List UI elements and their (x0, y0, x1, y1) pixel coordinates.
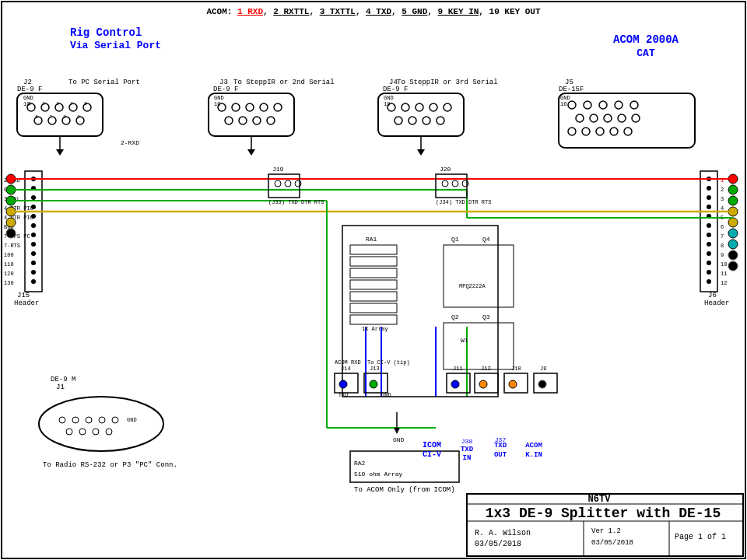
j11-id: J11 (453, 366, 463, 372)
j20-connector (436, 174, 467, 198)
j5-pin9 (618, 114, 626, 122)
rig-control-subtitle: Via Serial Port (70, 40, 161, 51)
q3-label: Q3 (482, 313, 490, 320)
j15-pin3 (31, 195, 36, 200)
j4-pin7 (409, 117, 416, 124)
j5-16: 16 (560, 101, 566, 107)
j14-pin (339, 380, 347, 388)
in-label: IN (463, 454, 472, 462)
j2-pnum4: 4 (70, 101, 73, 107)
j20-pin2 (452, 180, 458, 187)
j19-pin2 (285, 180, 291, 187)
j5-pin8 (604, 114, 612, 122)
ra2-block (350, 451, 459, 482)
j11-pin (451, 380, 459, 388)
j19-pin3 (295, 180, 301, 187)
ra1-rect6 (350, 303, 397, 313)
j6-pin8 (707, 242, 711, 247)
j3-pin6 (225, 117, 233, 124)
kin-label: K.IN (525, 451, 542, 459)
j5-type: DE-15F (559, 86, 584, 93)
gnd-label-bot: GND (393, 436, 405, 443)
ra1-label: 1K Array (362, 326, 388, 332)
j4-arrow (417, 149, 425, 156)
j5-pin5 (630, 101, 638, 109)
to-radio: To Radio RS-232 or P3 "PC" Conn. (43, 461, 177, 469)
term-cyan (728, 229, 738, 238)
j15-pin10 (31, 261, 36, 265)
icom-label: ICOM (423, 441, 441, 450)
j4-pin2 (402, 103, 409, 111)
j5-pin15 (624, 128, 632, 135)
j37-label: J37 (495, 436, 507, 443)
j2-type: DE-9 F (17, 86, 42, 93)
schematic-diagram: ACOM: 1 RXD, 2 RXTTL, 3 TXTTL, 4 TXD, 5 … (0, 0, 747, 560)
j15-type: Header (14, 299, 39, 307)
j1-pin8 (93, 429, 99, 435)
j4-type: DE-9 F (383, 86, 408, 93)
j4-pin6 (395, 117, 402, 124)
j1-connector (39, 397, 163, 451)
to-pc-serial: To PC Serial Port (68, 79, 140, 86)
l-pin8: 7-RTS (4, 243, 20, 249)
j19-sub: (J33) TXD DTR RTS (268, 199, 324, 205)
j1-pin1 (59, 417, 65, 423)
legend-date: 03/05/2018 (591, 539, 633, 547)
to-stepplr-2nd: To SteppIR or 2nd Serial (233, 79, 335, 86)
j5-pin1 (568, 101, 576, 109)
j15-pin9 (31, 251, 36, 256)
term-black (728, 250, 738, 260)
j2-gnd: GND (23, 95, 33, 101)
j3-type: DE-9 F (213, 86, 238, 93)
j2-arrow (56, 149, 64, 156)
j4-pin4 (430, 103, 437, 111)
j13-gnd: GND (381, 392, 391, 398)
j5-pin12 (582, 128, 590, 135)
ic-label: RA1 (366, 236, 377, 243)
j5-pin6 (576, 114, 584, 122)
j13-label: To CI-V (tip) (367, 359, 410, 366)
j13-id: J13 (370, 366, 380, 372)
j3-pin3 (246, 103, 254, 111)
legend-org: N6TV (588, 494, 612, 505)
j2-pnum7: 7 (49, 114, 52, 120)
j3-arrow (247, 149, 255, 156)
j2-pnum8: 8 (63, 114, 66, 120)
j14-label: ACOM RXD (335, 359, 361, 366)
label-2rxd: 2-RXD (121, 139, 139, 146)
j6-pin7 (707, 233, 711, 237)
ra1-rect7 (350, 315, 397, 324)
j5-pin4 (615, 101, 622, 109)
j2-pnum2: 2 (42, 101, 45, 107)
mpq-label: MPQ2222A (459, 283, 486, 289)
j1-pin2 (72, 417, 79, 423)
j1-label1: DE-9 M (51, 376, 75, 383)
j6-label: J6 (708, 292, 717, 299)
j4-pin5 (444, 103, 451, 111)
w1-label: W1 (461, 337, 468, 344)
rig-control-title: Rig Control (70, 26, 142, 39)
main-canvas: ACOM: 1 RXD, 2 RXTTL, 3 TXTTL, 4 TXD, 5 … (0, 0, 747, 560)
l-120: 120 (4, 271, 14, 277)
j5-connector (559, 93, 695, 148)
term-green (728, 185, 738, 194)
j2-pnum5: 5 (84, 101, 87, 107)
r-pin2: 2 (721, 187, 724, 193)
j6-pin9 (707, 251, 711, 256)
to-acom: To ACOM Only (from ICOM) (354, 486, 455, 494)
j3-pin2 (232, 103, 240, 111)
j5-pin13 (596, 128, 604, 135)
j3-10: 10 (214, 101, 220, 107)
j5-pin2 (584, 101, 591, 109)
j3-pin4 (260, 103, 268, 111)
term-yellow2 (728, 218, 738, 227)
legend-page: Page 1 of 1 (675, 533, 726, 541)
j4-pin9 (437, 117, 444, 124)
r-pin3: 3 (721, 196, 724, 202)
j1-gnd: GND (127, 417, 137, 423)
lterm-yellow2 (6, 218, 16, 227)
j6-pin11 (707, 270, 711, 275)
j19-connector (268, 174, 300, 198)
j6-pin6 (707, 223, 711, 228)
q2q3-block (444, 323, 514, 369)
